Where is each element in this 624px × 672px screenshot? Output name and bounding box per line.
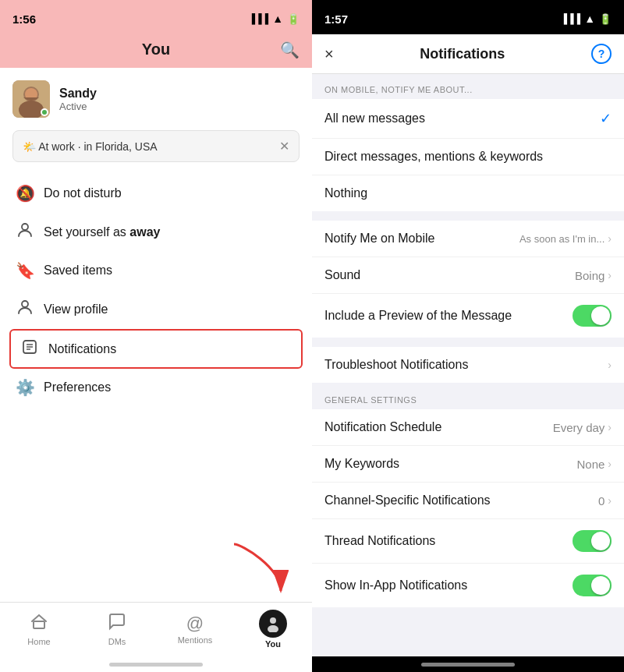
menu-label-notifications: Notifications: [48, 342, 116, 356]
checkmark-icon: ✓: [600, 110, 612, 127]
close-status-icon[interactable]: ✕: [279, 139, 289, 154]
left-panel: 1:56 ▐▐▐ ▲ 🔋 You 🔍 Sandy: [0, 0, 312, 672]
avatar: [12, 80, 50, 118]
svg-point-4: [22, 224, 28, 230]
svg-rect-11: [34, 621, 44, 628]
notify-mobile-value: As soon as I'm in...: [519, 233, 604, 245]
home-icon: [30, 612, 48, 635]
troubleshoot-chevron: ›: [608, 359, 612, 371]
show-inapp-label: Show In-App Notifications: [324, 578, 467, 592]
sound-row[interactable]: Sound Boing ›: [312, 257, 624, 294]
svg-point-13: [268, 625, 278, 632]
channel-specific-value: 0: [598, 494, 604, 508]
close-button[interactable]: ×: [324, 45, 334, 63]
preferences-icon: ⚙️: [16, 378, 34, 397]
svg-point-5: [22, 301, 28, 307]
preview-label: Include a Preview of the Message: [324, 309, 512, 323]
show-inapp-row[interactable]: Show In-App Notifications: [312, 564, 624, 607]
notify-option-direct-messages[interactable]: Direct messages, mentions & keywords: [312, 139, 624, 175]
profile-section[interactable]: Sandy Active: [0, 68, 312, 130]
nav-home[interactable]: Home: [0, 607, 78, 656]
right-status-icons: ▐▐▐ ▲ 🔋: [561, 12, 612, 25]
left-status-icons: ▐▐▐ ▲ 🔋: [249, 12, 300, 25]
channel-specific-chevron: ›: [608, 494, 612, 507]
signal-icon: ▐▐▐: [249, 13, 269, 24]
signal-icon-right: ▐▐▐: [561, 13, 581, 24]
nav-you-label: You: [265, 639, 281, 649]
svg-point-12: [270, 617, 276, 624]
status-message-text: 🌤️ At work · in Florida, USA: [23, 140, 158, 153]
search-icon[interactable]: 🔍: [280, 41, 300, 59]
left-header: You 🔍: [0, 34, 312, 68]
sound-right: Boing ›: [575, 269, 612, 282]
troubleshoot-label: Troubleshoot Notifications: [324, 358, 468, 372]
general-settings-group: Notification Schedule Every day › My Key…: [312, 409, 624, 607]
scroll-content: On mobile, notify me about... All new me…: [312, 74, 624, 656]
menu-items: 🔕 Do not disturb Set yourself as away 🔖 …: [0, 172, 312, 602]
my-keywords-row[interactable]: My Keywords None ›: [312, 446, 624, 483]
bottom-nav: Home DMs @ Mentions You: [0, 602, 312, 656]
right-header: × Notifications ?: [312, 34, 624, 74]
menu-item-preferences[interactable]: ⚙️ Preferences: [0, 369, 312, 406]
mentions-icon: @: [186, 614, 204, 634]
dms-icon: [108, 612, 126, 635]
troubleshoot-group: Troubleshoot Notifications ›: [312, 347, 624, 383]
channel-specific-row[interactable]: Channel-Specific Notifications 0 ›: [312, 483, 624, 519]
nav-dms[interactable]: DMs: [78, 607, 156, 656]
do-not-disturb-icon: 🔕: [16, 184, 34, 203]
right-home-indicator: [312, 656, 624, 672]
status-message-content: At work · in Florida, USA: [38, 140, 158, 153]
menu-item-set-away[interactable]: Set yourself as away: [0, 212, 312, 252]
nav-you[interactable]: You: [234, 607, 312, 656]
preview-toggle[interactable]: [573, 305, 612, 327]
nav-mentions-label: Mentions: [178, 635, 213, 645]
notification-schedule-value: Every day: [553, 421, 605, 434]
direct-messages-label: Direct messages, mentions & keywords: [324, 150, 543, 164]
my-keywords-label: My Keywords: [324, 457, 399, 471]
notify-section-label: On mobile, notify me about...: [312, 74, 624, 99]
thread-notifications-row[interactable]: Thread Notifications: [312, 519, 624, 564]
preview-row[interactable]: Include a Preview of the Message: [312, 294, 624, 338]
profile-status: Active: [59, 101, 97, 112]
notifications-icon: [20, 338, 39, 359]
troubleshoot-row[interactable]: Troubleshoot Notifications ›: [312, 347, 624, 383]
show-inapp-toggle[interactable]: [573, 575, 612, 596]
menu-item-do-not-disturb[interactable]: 🔕 Do not disturb: [0, 175, 312, 212]
nav-home-label: Home: [27, 637, 50, 646]
status-emoji: 🌤️: [23, 140, 36, 153]
left-home-indicator: [0, 656, 312, 672]
chevron-icon: ›: [608, 232, 612, 245]
sound-value: Boing: [575, 269, 604, 282]
notify-option-nothing[interactable]: Nothing: [312, 175, 624, 211]
menu-item-view-profile[interactable]: View profile: [0, 289, 312, 329]
general-settings-label: GENERAL SETTINGS: [312, 383, 624, 409]
right-title: Notifications: [420, 46, 505, 62]
set-away-icon: [16, 221, 34, 242]
menu-item-saved-items[interactable]: 🔖 Saved items: [0, 252, 312, 289]
menu-item-notifications[interactable]: Notifications: [9, 329, 303, 369]
help-button[interactable]: ?: [591, 44, 612, 64]
thread-notifications-toggle[interactable]: [573, 530, 612, 552]
notify-option-all-messages[interactable]: All new messages ✓: [312, 99, 624, 139]
menu-label-do-not-disturb: Do not disturb: [44, 186, 122, 200]
notify-mobile-row[interactable]: Notify Me on Mobile As soon as I'm in...…: [312, 221, 624, 257]
status-message-row[interactable]: 🌤️ At work · in Florida, USA ✕: [12, 130, 300, 162]
left-title: You: [142, 41, 170, 58]
nav-mentions[interactable]: @ Mentions: [156, 607, 234, 656]
left-home-bar: [109, 663, 203, 667]
all-messages-label: All new messages: [324, 111, 425, 126]
menu-label-view-profile: View profile: [44, 302, 108, 317]
you-avatar-circle: [259, 610, 287, 638]
battery-icon: 🔋: [287, 13, 300, 25]
right-time: 1:57: [324, 12, 348, 26]
notify-mobile-label: Notify Me on Mobile: [324, 232, 434, 246]
profile-name: Sandy: [59, 87, 97, 101]
channel-specific-label: Channel-Specific Notifications: [324, 493, 491, 508]
notify-options-group: All new messages ✓ Direct messages, ment…: [312, 99, 624, 211]
view-profile-icon: [16, 299, 34, 320]
saved-items-icon: 🔖: [16, 261, 34, 280]
nothing-label: Nothing: [324, 186, 367, 200]
notification-schedule-row[interactable]: Notification Schedule Every day ›: [312, 409, 624, 446]
notify-mobile-right: As soon as I'm in... ›: [519, 232, 612, 245]
battery-icon-right: 🔋: [599, 13, 612, 25]
